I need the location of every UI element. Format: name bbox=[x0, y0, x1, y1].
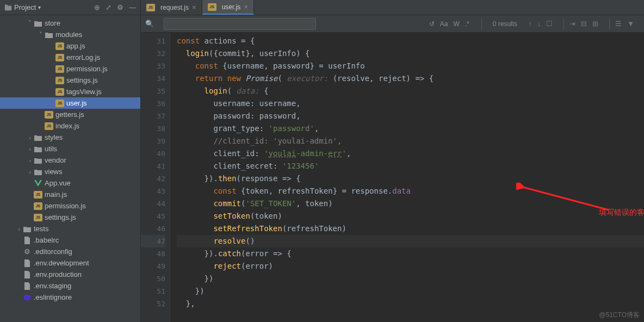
tree-item-label: user.js bbox=[66, 99, 87, 107]
code-line[interactable]: }).catch(error => { bbox=[177, 247, 644, 260]
chevron-right-icon[interactable]: › bbox=[26, 169, 34, 175]
tree-item[interactable]: ·.eslintignore bbox=[0, 292, 140, 303]
code-line[interactable]: setToken(token) bbox=[177, 210, 644, 222]
search-input[interactable] bbox=[164, 18, 316, 30]
tree-item-label: .eslintignore bbox=[34, 293, 72, 301]
code-line[interactable]: client_secret: '123456' bbox=[177, 160, 644, 172]
search-icon[interactable]: 🔍 bbox=[145, 20, 158, 28]
match-case-toggle[interactable]: Aa bbox=[440, 20, 448, 28]
target-icon[interactable]: ⊕ bbox=[94, 3, 100, 11]
code-line[interactable]: }).then(response => { bbox=[177, 172, 644, 185]
tree-item[interactable]: ˅store bbox=[0, 17, 140, 29]
prev-occurrence-icon[interactable]: ↺ bbox=[429, 20, 435, 28]
code-line[interactable]: login( data: { bbox=[177, 85, 644, 97]
project-tool-window: Project ▾ ⊕ ⤢ ⚙ — ˅store˅modules·JSapp.j… bbox=[0, 0, 141, 322]
chevron-down-icon[interactable]: ▾ bbox=[38, 4, 41, 10]
code-line[interactable]: //client_id: 'youlai-admin', bbox=[177, 135, 644, 147]
tree-item[interactable]: ·.env.staging bbox=[0, 280, 140, 292]
chevron-right-icon[interactable]: › bbox=[26, 134, 34, 141]
folder-icon bbox=[45, 30, 53, 39]
tree-item[interactable]: ›views bbox=[0, 166, 140, 177]
tree-item[interactable]: ·App.vue bbox=[0, 177, 140, 189]
line-number: 32 bbox=[141, 47, 165, 60]
expand-icon[interactable]: ⤢ bbox=[106, 3, 112, 11]
code-line[interactable]: commit('SET_TOKEN', token) bbox=[177, 197, 644, 210]
regex-toggle[interactable]: .* bbox=[465, 20, 469, 28]
code-line[interactable]: client_id: 'youlai-admin-err', bbox=[177, 147, 644, 160]
tree-item[interactable]: ·JStagsView.js bbox=[0, 86, 140, 97]
tree-item[interactable]: ·JSmain.js bbox=[0, 189, 140, 200]
code-line[interactable]: const {token, refreshToken} = response.d… bbox=[177, 185, 644, 197]
js-file-icon: JS bbox=[45, 111, 53, 119]
tree-item[interactable]: ·JSpermission.js bbox=[0, 200, 140, 212]
next-match-icon[interactable]: ↓ bbox=[537, 20, 541, 28]
tree-item[interactable]: ·JSerrorLog.js bbox=[0, 52, 140, 63]
code-line[interactable]: reject(error) bbox=[177, 260, 644, 273]
project-header: Project ▾ ⊕ ⤢ ⚙ — bbox=[0, 0, 140, 15]
code-line[interactable]: }, bbox=[177, 298, 644, 310]
results-count: 0 results bbox=[487, 20, 523, 28]
code-line[interactable]: password: password, bbox=[177, 110, 644, 122]
editor-tab[interactable]: JSrequest.js× bbox=[141, 0, 202, 15]
code-area[interactable]: const actions = { login({commit}, userIn… bbox=[170, 33, 644, 322]
tree-item[interactable]: ·JSsettings.js bbox=[0, 75, 140, 86]
editor-tabs: JSrequest.js×JSuser.js× bbox=[141, 0, 644, 15]
action1-icon[interactable]: ⇥ bbox=[569, 20, 575, 28]
tree-item[interactable]: ›tests bbox=[0, 223, 140, 234]
tree-item-label: app.js bbox=[66, 42, 85, 50]
code-line[interactable]: return new Promise( executor: (resolve, … bbox=[177, 72, 644, 85]
code-line[interactable]: setRefreshToken(refreshToken) bbox=[177, 222, 644, 235]
close-icon[interactable]: × bbox=[192, 3, 196, 11]
tree-item-label: .babelrc bbox=[34, 236, 59, 244]
code-line[interactable]: username: username, bbox=[177, 97, 644, 110]
tree-item[interactable]: ˅modules bbox=[0, 29, 140, 40]
minimize-icon[interactable]: — bbox=[129, 3, 136, 11]
code-line[interactable]: }) bbox=[177, 285, 644, 298]
code-line[interactable]: const actions = { bbox=[177, 35, 644, 47]
tree-item[interactable]: ·.env.production bbox=[0, 269, 140, 280]
gear-icon[interactable]: ⚙ bbox=[117, 3, 123, 11]
close-icon[interactable]: × bbox=[244, 3, 248, 11]
chevron-down-icon[interactable]: ˅ bbox=[26, 20, 34, 27]
tree-item[interactable]: ·JSapp.js bbox=[0, 40, 140, 52]
divider bbox=[481, 18, 482, 29]
chevron-down-icon[interactable]: ˅ bbox=[37, 31, 45, 38]
words-toggle[interactable]: W bbox=[453, 20, 459, 28]
code-line[interactable]: }) bbox=[177, 273, 644, 285]
chevron-right-icon[interactable]: › bbox=[26, 157, 34, 164]
project-tree[interactable]: ˅store˅modules·JSapp.js·JSerrorLog.js·JS… bbox=[0, 15, 140, 322]
code-line[interactable]: grant_type: 'password', bbox=[177, 122, 644, 135]
tree-item[interactable]: ·.env.development bbox=[0, 257, 140, 269]
tree-item-label: errorLog.js bbox=[66, 53, 100, 61]
js-file-icon: JS bbox=[146, 4, 155, 11]
project-label[interactable]: Project bbox=[14, 3, 36, 11]
line-number: 50 bbox=[141, 273, 165, 285]
code-line[interactable]: const {username, password} = userInfo bbox=[177, 60, 644, 72]
chevron-right-icon[interactable]: › bbox=[15, 226, 23, 232]
funnel-icon[interactable]: ▼ bbox=[627, 20, 634, 28]
tree-item-label: main.js bbox=[45, 190, 67, 199]
tree-item[interactable]: ›vendor bbox=[0, 154, 140, 166]
settings-icon[interactable]: ☰ bbox=[615, 20, 622, 28]
tree-item[interactable]: ›utils bbox=[0, 143, 140, 154]
chevron-right-icon[interactable]: › bbox=[26, 146, 34, 152]
tree-item[interactable]: ·JSpermission.js bbox=[0, 63, 140, 75]
code-editor[interactable]: 3132333435363738394041424344454647484950… bbox=[141, 33, 644, 322]
line-number: 41 bbox=[141, 160, 165, 172]
code-line[interactable]: resolve() bbox=[177, 235, 644, 247]
line-number: 45 bbox=[141, 210, 165, 222]
tree-item[interactable]: ·JSuser.js bbox=[0, 97, 140, 109]
filter-icon[interactable]: ☐ bbox=[546, 20, 553, 28]
code-line[interactable]: login({commit}, userInfo) { bbox=[177, 47, 644, 60]
tree-item[interactable]: ·JSsettings.js bbox=[0, 212, 140, 223]
tree-item[interactable]: ·⚙.editorconfig bbox=[0, 246, 140, 257]
action2-icon[interactable]: ⊟ bbox=[581, 20, 587, 28]
tree-item[interactable]: ·JSgetters.js bbox=[0, 109, 140, 120]
line-number: 40 bbox=[141, 147, 165, 160]
prev-match-icon[interactable]: ↑ bbox=[528, 20, 532, 28]
tree-item[interactable]: ·JSindex.js bbox=[0, 120, 140, 132]
editor-tab[interactable]: JSuser.js× bbox=[202, 0, 254, 15]
action3-icon[interactable]: ⊞ bbox=[592, 20, 598, 28]
tree-item[interactable]: ·.babelrc bbox=[0, 234, 140, 246]
tree-item[interactable]: ›styles bbox=[0, 132, 140, 143]
